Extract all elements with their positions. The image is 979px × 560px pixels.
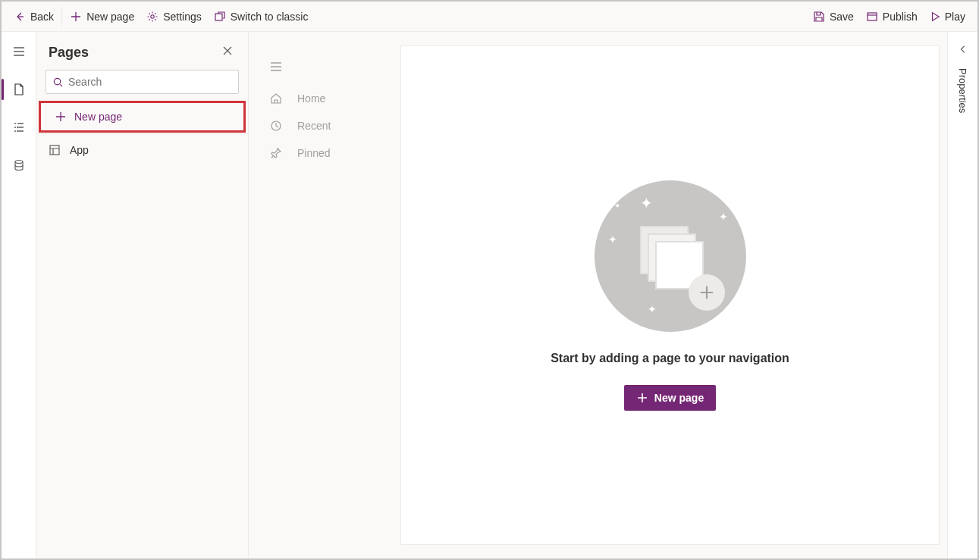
settings-label: Settings <box>163 11 202 23</box>
search-icon <box>52 77 64 88</box>
clock-icon <box>270 120 282 132</box>
left-rail <box>2 32 36 558</box>
pages-panel-new-page[interactable]: New page <box>39 102 245 132</box>
empty-state-illustration: ✦✦✦✦✦✦ <box>595 180 746 332</box>
properties-rail: Properties <box>947 32 977 558</box>
pages-panel-title: Pages <box>49 45 89 61</box>
nav-item-label: Pinned <box>297 147 331 159</box>
nav-preview: Home Recent Pinned <box>256 45 400 545</box>
plus-icon <box>55 111 67 123</box>
play-button[interactable]: Play <box>924 3 971 30</box>
rail-hamburger[interactable] <box>4 36 34 67</box>
empty-state-new-page-button[interactable]: New page <box>624 385 716 411</box>
nav-item-pinned[interactable]: Pinned <box>270 147 391 159</box>
search-input-wrap[interactable] <box>45 70 239 94</box>
properties-label[interactable]: Properties <box>957 68 968 113</box>
svg-point-5 <box>15 161 23 164</box>
svg-point-0 <box>151 14 154 17</box>
svg-point-6 <box>54 78 60 84</box>
back-label: Back <box>30 11 54 23</box>
svg-point-3 <box>17 127 17 127</box>
arrow-left-icon <box>14 11 26 23</box>
svg-point-4 <box>17 130 17 131</box>
rail-tree[interactable] <box>4 112 34 142</box>
empty-state-button-label: New page <box>654 392 704 404</box>
plus-icon <box>70 11 82 23</box>
publish-icon <box>866 11 878 23</box>
layout-icon <box>49 144 61 156</box>
switch-icon <box>214 11 226 23</box>
svg-rect-7 <box>50 145 59 155</box>
save-label: Save <box>830 11 854 23</box>
save-icon <box>813 11 825 23</box>
play-label: Play <box>945 11 965 23</box>
canvas-area: Home Recent Pinned ✦✦✦✦✦✦ <box>249 32 947 558</box>
hamburger-icon <box>270 61 282 73</box>
save-button[interactable]: Save <box>807 3 860 30</box>
nav-hamburger[interactable] <box>270 61 391 73</box>
home-icon <box>270 92 282 105</box>
pages-item-label: App <box>70 144 89 156</box>
nav-item-label: Recent <box>297 120 331 132</box>
command-bar: Back New page Settings Switch to classic… <box>2 2 977 32</box>
publish-label: Publish <box>883 11 918 23</box>
pages-item-app[interactable]: App <box>36 134 248 166</box>
empty-state-message: Start by adding a page to your navigatio… <box>551 352 789 365</box>
rail-pages[interactable] <box>4 74 34 105</box>
settings-button[interactable]: Settings <box>140 3 208 30</box>
new-page-label: New page <box>86 11 134 23</box>
svg-rect-1 <box>215 14 222 20</box>
page-canvas: ✦✦✦✦✦✦ Start by adding a page to your na… <box>400 45 940 545</box>
chevron-left-icon[interactable] <box>958 44 968 58</box>
switch-classic-label: Switch to classic <box>231 11 309 23</box>
svg-rect-2 <box>868 13 877 20</box>
new-page-button[interactable]: New page <box>64 3 140 30</box>
nav-item-home[interactable]: Home <box>270 92 391 105</box>
switch-classic-button[interactable]: Switch to classic <box>208 3 315 30</box>
nav-item-label: Home <box>297 92 325 105</box>
gear-icon <box>146 11 158 23</box>
nav-item-recent[interactable]: Recent <box>270 120 391 132</box>
pages-panel: Pages New page App <box>36 32 249 558</box>
close-icon[interactable] <box>219 42 236 62</box>
pages-panel-new-page-label: New page <box>74 111 122 123</box>
pin-icon <box>270 147 282 159</box>
plus-icon <box>636 392 648 404</box>
rail-data[interactable] <box>4 150 34 180</box>
search-input[interactable] <box>68 76 232 88</box>
add-circle-icon <box>689 274 725 311</box>
publish-button[interactable]: Publish <box>860 3 924 30</box>
back-button[interactable]: Back <box>8 3 60 30</box>
separator <box>61 7 62 27</box>
play-icon <box>930 11 940 22</box>
